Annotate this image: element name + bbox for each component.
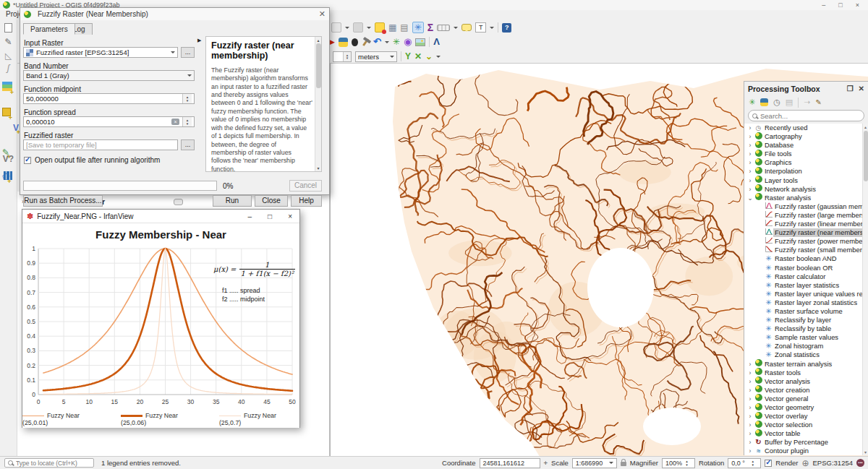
window-close-button[interactable]: × (856, 1, 859, 9)
toolbox-item[interactable]: ›↻Buffer by Percentage (744, 438, 868, 447)
toolbox-item[interactable]: ›≈Contour plugin (744, 447, 868, 455)
open-output-checkbox[interactable] (24, 157, 31, 164)
toolbox-search-input[interactable] (760, 112, 847, 120)
clear-value-icon[interactable]: × (171, 119, 179, 125)
scroll-down-icon[interactable]: ▾ (863, 449, 868, 455)
measure-tool-icon[interactable] (437, 25, 450, 31)
close-panel-icon[interactable]: ✕ (859, 85, 864, 92)
chevron-down-icon[interactable] (454, 27, 458, 31)
toolbox-item[interactable]: ✳Zonal histogram (744, 342, 868, 350)
results-viewer-icon[interactable]: ▤ (786, 98, 793, 107)
expander-icon[interactable]: › (746, 185, 754, 194)
input-raster-combobox[interactable]: Fuzzified raster [EPSG:31254] (23, 47, 178, 58)
toolbox-scrollbar[interactable]: ▴ ▾ (862, 124, 868, 455)
toolbox-item[interactable]: ✳Raster layer statistics (744, 281, 868, 290)
attribute-table-icon[interactable]: ▦ (388, 22, 396, 33)
scroll-up-icon[interactable]: ▴ (863, 124, 868, 129)
toolbox-item[interactable]: ›Vector table (744, 429, 868, 438)
map-tips-icon[interactable] (461, 24, 472, 31)
toolbox-item[interactable]: ›Interpolation (744, 167, 868, 176)
topology-y-icon[interactable]: Y (405, 51, 411, 61)
edit-pencil-icon[interactable]: ✎ (2, 37, 14, 48)
band-combobox[interactable]: Band 1 (Gray) (23, 70, 195, 81)
expander-icon[interactable]: › (746, 447, 754, 455)
new-virtual-layer-icon[interactable]: V? (2, 154, 14, 165)
render-checkbox[interactable] (765, 460, 772, 467)
toolbox-item[interactable]: ✳Reclassify by layer (744, 316, 868, 324)
marker-icon[interactable]: ▶ (330, 37, 335, 47)
new-geopackage-icon[interactable] (2, 108, 11, 119)
options-wrench-icon[interactable]: ✎ (815, 98, 821, 106)
help-button[interactable]: ? (502, 23, 511, 33)
scroll-up-icon[interactable]: ▴ (315, 37, 321, 43)
globe-icon[interactable]: ⊕ (801, 458, 809, 468)
spin-buttons[interactable]: ▴▾ (682, 459, 692, 468)
disc-icon[interactable]: ◉ (404, 37, 412, 47)
chevron-down-icon[interactable] (436, 56, 441, 60)
midpoint-spinbox[interactable]: 50,000000 ▴▾ (23, 93, 195, 104)
new-project-icon[interactable] (2, 23, 14, 35)
expander-icon[interactable]: › (746, 403, 754, 412)
topology-k-icon[interactable]: ⌄ (425, 51, 433, 61)
expander-icon[interactable]: › (746, 438, 754, 447)
topology-x-icon[interactable]: ✕ (414, 51, 422, 61)
build-tool-icon[interactable] (362, 38, 369, 46)
toolbox-item[interactable]: ✳Raster layer unique values report (744, 290, 868, 298)
curve-tool-icon[interactable]: ʃ (2, 63, 14, 74)
maximize-button[interactable]: □ (268, 212, 272, 220)
window-minimize-button[interactable]: – (822, 1, 825, 9)
close-button[interactable]: Close (255, 195, 288, 207)
close-button[interactable]: × (288, 212, 292, 220)
toolbox-item[interactable]: ⌄Raster analysis (744, 194, 868, 202)
float-panel-icon[interactable]: ❐ (847, 85, 854, 92)
expander-icon[interactable]: › (746, 176, 754, 185)
scale-combobox[interactable]: 1:686990 (572, 458, 617, 468)
open-table-selected-button[interactable] (375, 22, 385, 33)
lock-icon[interactable] (621, 462, 626, 466)
toolbox-item[interactable]: ✳Reclassify by table (744, 324, 868, 333)
toolbox-item[interactable]: ›Vector analysis (744, 377, 868, 386)
field-calculator-icon[interactable]: ▤ (400, 22, 408, 33)
toolbox-item[interactable]: ✳Raster boolean AND (744, 254, 868, 263)
output-file-field[interactable]: [Save to temporary file] (23, 139, 178, 150)
history-icon[interactable]: ◷ (773, 98, 780, 107)
toolbox-item[interactable]: ›Network analysis (744, 185, 868, 194)
toolbox-item[interactable]: ›Raster tools (744, 369, 868, 377)
magnifier-spinbox[interactable]: 100%▴▾ (662, 458, 695, 468)
output-browse-button[interactable]: ... (181, 139, 195, 150)
toolbox-item[interactable]: ›Database (744, 141, 868, 150)
expander-icon[interactable]: › (746, 360, 754, 369)
toolbox-search[interactable] (748, 110, 864, 121)
toolbox-item[interactable]: ✳Raster calculator (744, 272, 868, 281)
extents-icon[interactable]: + (544, 459, 548, 467)
toolbox-item[interactable]: ›File tools (744, 150, 868, 158)
toolbox-item[interactable]: Fuzzify raster (gaussian membership) (744, 202, 868, 211)
toolbox-item[interactable]: ›Graphics (744, 158, 868, 167)
python-scripts-icon[interactable] (760, 98, 768, 106)
toolbox-item[interactable]: ›Cartography (744, 132, 868, 141)
minimize-button[interactable]: – (248, 212, 252, 220)
python-console-button[interactable] (339, 38, 348, 47)
expander-icon[interactable]: › (746, 124, 754, 132)
processing-toolbox-toggle-button[interactable]: ✳ (412, 22, 424, 33)
run-icon[interactable]: ➝ (804, 98, 810, 107)
messages-icon[interactable]: ••• (856, 459, 864, 467)
crs-indicator[interactable]: EPSG:31254 (813, 459, 853, 467)
toolbox-item[interactable]: ›Layer tools (744, 176, 868, 185)
select-features-button[interactable] (331, 22, 341, 33)
toolbox-item[interactable]: ›Vector general (744, 395, 868, 403)
toolbox-item[interactable]: ✳Zonal statistics (744, 350, 868, 359)
toolbox-item[interactable]: ✳Raster boolean OR (744, 264, 868, 272)
coordinate-value[interactable]: 24581,161612 (480, 458, 540, 468)
chevron-down-icon[interactable] (345, 27, 349, 31)
toolbox-item[interactable]: Fuzzify raster (large membership) (744, 211, 868, 220)
new-shapefile-icon[interactable]: V (13, 123, 19, 133)
toolbox-item[interactable]: ✳Raster layer zonal statistics (744, 298, 868, 307)
expander-icon[interactable]: › (746, 395, 754, 403)
toolbox-item[interactable]: ›Vector creation (744, 386, 868, 395)
expander-icon[interactable]: › (746, 429, 754, 438)
spin-buttons[interactable]: ▴▾ (182, 94, 192, 103)
plugin-star-icon[interactable]: ✳ (393, 37, 400, 47)
toolbox-item[interactable]: ✳Raster surface volume (744, 307, 868, 316)
debug-icon[interactable] (352, 38, 358, 46)
